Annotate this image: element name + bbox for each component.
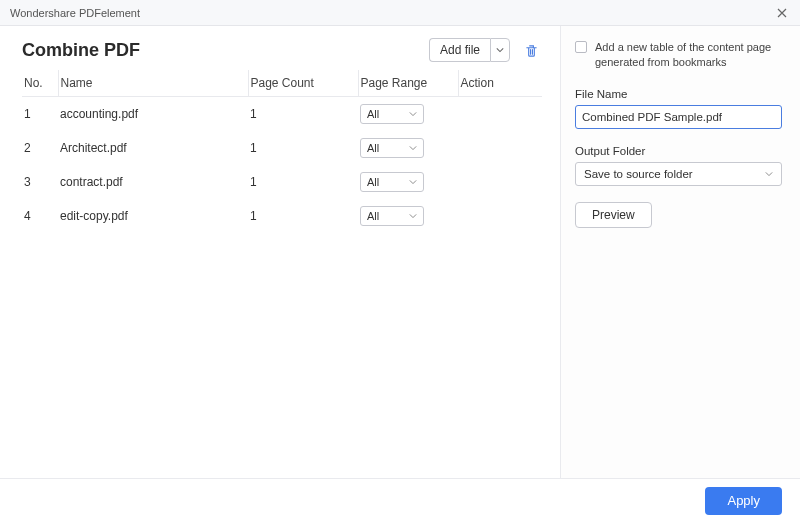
cell-count: 1 bbox=[248, 165, 358, 199]
cell-count: 1 bbox=[248, 97, 358, 132]
th-name: Name bbox=[58, 70, 248, 97]
header-actions: Add file bbox=[429, 38, 542, 62]
page-range-select[interactable]: All bbox=[360, 104, 424, 124]
cell-range: All bbox=[358, 131, 458, 165]
bookmark-option-row: Add a new table of the content page gene… bbox=[575, 40, 782, 70]
bookmark-label: Add a new table of the content page gene… bbox=[595, 40, 782, 70]
chevron-down-icon bbox=[496, 46, 504, 54]
cell-count: 1 bbox=[248, 131, 358, 165]
cell-name: Architect.pdf bbox=[58, 131, 248, 165]
page-range-select[interactable]: All bbox=[360, 206, 424, 226]
add-file-group: Add file bbox=[429, 38, 510, 62]
range-value: All bbox=[367, 142, 379, 154]
cell-range: All bbox=[358, 97, 458, 132]
delete-button[interactable] bbox=[520, 39, 542, 61]
cell-name: accounting.pdf bbox=[58, 97, 248, 132]
main-body: Combine PDF Add file No. bbox=[0, 26, 800, 478]
trash-icon bbox=[524, 43, 539, 58]
window-title: Wondershare PDFelement bbox=[10, 7, 140, 19]
th-no: No. bbox=[22, 70, 58, 97]
add-file-button[interactable]: Add file bbox=[429, 38, 490, 62]
output-folder-value: Save to source folder bbox=[584, 168, 693, 180]
chevron-down-icon bbox=[409, 144, 417, 152]
output-folder-label: Output Folder bbox=[575, 145, 782, 157]
cell-name: contract.pdf bbox=[58, 165, 248, 199]
page-title: Combine PDF bbox=[22, 40, 140, 61]
cell-name: edit-copy.pdf bbox=[58, 199, 248, 233]
th-count: Page Count bbox=[248, 70, 358, 97]
footer: Apply bbox=[0, 478, 800, 522]
cell-action bbox=[458, 165, 542, 199]
chevron-down-icon bbox=[409, 178, 417, 186]
table-row: 1 accounting.pdf 1 All bbox=[22, 97, 542, 132]
preview-button[interactable]: Preview bbox=[575, 202, 652, 228]
cell-action bbox=[458, 131, 542, 165]
cell-no: 2 bbox=[22, 131, 58, 165]
range-value: All bbox=[367, 176, 379, 188]
table-body: 1 accounting.pdf 1 All 2 Architect.pdf 1 bbox=[22, 97, 542, 234]
cell-count: 1 bbox=[248, 199, 358, 233]
page-range-select[interactable]: All bbox=[360, 138, 424, 158]
file-table: No. Name Page Count Page Range Action 1 … bbox=[22, 70, 542, 233]
cell-action bbox=[458, 97, 542, 132]
left-pane: Combine PDF Add file No. bbox=[0, 26, 560, 478]
range-value: All bbox=[367, 108, 379, 120]
close-icon bbox=[777, 8, 787, 18]
table-row: 2 Architect.pdf 1 All bbox=[22, 131, 542, 165]
close-button[interactable] bbox=[774, 5, 790, 21]
output-folder-select[interactable]: Save to source folder bbox=[575, 162, 782, 186]
cell-action bbox=[458, 199, 542, 233]
chevron-down-icon bbox=[765, 170, 773, 178]
right-pane: Add a new table of the content page gene… bbox=[560, 26, 800, 478]
cell-no: 1 bbox=[22, 97, 58, 132]
add-file-dropdown[interactable] bbox=[490, 38, 510, 62]
titlebar: Wondershare PDFelement bbox=[0, 0, 800, 26]
cell-no: 3 bbox=[22, 165, 58, 199]
cell-range: All bbox=[358, 199, 458, 233]
table-row: 3 contract.pdf 1 All bbox=[22, 165, 542, 199]
page-range-select[interactable]: All bbox=[360, 172, 424, 192]
range-value: All bbox=[367, 210, 379, 222]
th-range: Page Range bbox=[358, 70, 458, 97]
table-row: 4 edit-copy.pdf 1 All bbox=[22, 199, 542, 233]
cell-range: All bbox=[358, 165, 458, 199]
file-name-label: File Name bbox=[575, 88, 782, 100]
bookmark-checkbox[interactable] bbox=[575, 41, 587, 53]
chevron-down-icon bbox=[409, 212, 417, 220]
header-row: Combine PDF Add file bbox=[22, 38, 542, 62]
apply-button[interactable]: Apply bbox=[705, 487, 782, 515]
table-header-row: No. Name Page Count Page Range Action bbox=[22, 70, 542, 97]
th-action: Action bbox=[458, 70, 542, 97]
file-name-input[interactable] bbox=[575, 105, 782, 129]
chevron-down-icon bbox=[409, 110, 417, 118]
cell-no: 4 bbox=[22, 199, 58, 233]
